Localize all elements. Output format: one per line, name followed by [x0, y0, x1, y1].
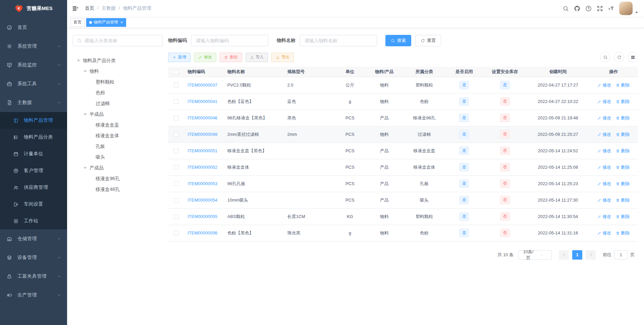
github-icon[interactable] — [574, 5, 580, 12]
select-all-checkbox[interactable] — [174, 70, 178, 74]
row-checkbox[interactable] — [174, 132, 178, 137]
delete-row-link[interactable]: 删除 — [616, 164, 630, 170]
row-checkbox[interactable] — [174, 181, 178, 186]
delete-row-link[interactable]: 删除 — [616, 181, 630, 187]
sidebar-item-4[interactable]: 主数据 — [0, 93, 67, 112]
tree-node-11[interactable]: 移液盒96孔 — [73, 173, 163, 184]
edit-row-link[interactable]: 修改 — [597, 181, 611, 187]
edit-row-link[interactable]: 修改 — [597, 99, 611, 105]
delete-row-link[interactable]: 删除 — [616, 197, 630, 203]
sidebar-item-5[interactable]: 仓储管理 — [0, 229, 67, 248]
row-checkbox[interactable] — [174, 83, 178, 88]
tree-node-5[interactable]: 半成品 — [73, 109, 163, 120]
sidebar-subitem-1[interactable]: 物料产品分类 — [0, 129, 67, 146]
search-circle-button[interactable] — [600, 52, 610, 62]
delete-row-link[interactable]: 删除 — [616, 99, 630, 105]
row-checkbox[interactable] — [174, 99, 178, 104]
material-code-link[interactable]: ITEM00000051 — [187, 148, 217, 153]
edit-row-link[interactable]: 修改 — [597, 214, 611, 220]
delete-button[interactable]: 删除 — [220, 53, 242, 62]
edit-button[interactable]: 修改 — [194, 53, 216, 62]
sidebar-subitem-4[interactable]: 供应商管理 — [0, 179, 67, 196]
edit-row-link[interactable]: 修改 — [597, 164, 611, 170]
tree-node-10[interactable]: 产成品 — [73, 163, 163, 173]
material-code-link[interactable]: ITEM00000052 — [187, 165, 217, 170]
material-code-link[interactable]: ITEM00000046 — [187, 115, 217, 120]
user-menu[interactable] — [619, 2, 639, 15]
sidebar-item-6[interactable]: 设备管理 — [0, 248, 67, 267]
delete-row-link[interactable]: 删除 — [616, 214, 630, 220]
delete-row-link[interactable]: 删除 — [616, 131, 630, 138]
breadcrumb-item-1[interactable]: 主数据 — [94, 5, 116, 11]
material-code-link[interactable]: ITEM00000041 — [187, 99, 217, 104]
sidebar-fold-icon[interactable] — [72, 5, 79, 12]
row-checkbox[interactable] — [174, 165, 178, 170]
tree-node-0[interactable]: 物料及产品分类 — [73, 55, 163, 66]
delete-row-link[interactable]: 删除 — [616, 148, 630, 154]
tree-node-2[interactable]: 塑料颗粒 — [73, 77, 163, 88]
font-size-icon[interactable]: TT — [608, 5, 614, 12]
edit-row-link[interactable]: 修改 — [597, 115, 611, 121]
sidebar-item-3[interactable]: 系统工具 — [0, 74, 67, 93]
caret-down-icon[interactable] — [84, 113, 87, 117]
row-checkbox[interactable] — [174, 231, 178, 235]
tab-0[interactable]: 首页 — [70, 18, 85, 27]
next-page-button[interactable] — [586, 250, 596, 260]
tree-node-8[interactable]: 孔板 — [73, 141, 163, 152]
material-code-link[interactable]: ITEM00000056 — [187, 230, 217, 235]
tree-node-7[interactable]: 移液盒盒体 — [73, 130, 163, 141]
tree-node-4[interactable]: 过滤棉 — [73, 98, 163, 109]
page-size-select[interactable]: 10条/页 — [518, 250, 552, 260]
caret-down-icon[interactable] — [84, 167, 87, 171]
sidebar-subitem-0[interactable]: 物料产品管理 — [0, 112, 67, 129]
sidebar-item-2[interactable]: 系统监控 — [0, 56, 67, 74]
sidebar-item-7[interactable]: 工装夹具管理 — [0, 267, 67, 286]
delete-row-link[interactable]: 删除 — [616, 115, 630, 121]
sidebar-subitem-6[interactable]: 工作站 — [0, 213, 67, 229]
tree-node-9[interactable]: 吸头 — [73, 152, 163, 163]
goto-page-input[interactable] — [614, 250, 628, 260]
reset-button[interactable]: 重置 — [415, 35, 441, 46]
search-button[interactable]: 搜索 — [385, 35, 411, 46]
sidebar-subitem-5[interactable]: 车间设置 — [0, 196, 67, 213]
material-code-link[interactable]: ITEM00000055 — [187, 214, 217, 219]
row-checkbox[interactable] — [174, 116, 178, 120]
export-button[interactable]: 导出 — [271, 53, 294, 62]
breadcrumb-item-2[interactable]: 物料产品管理 — [116, 5, 151, 11]
prev-page-button[interactable] — [559, 250, 569, 260]
sidebar-item-1[interactable]: 系统管理 — [0, 37, 67, 56]
edit-row-link[interactable]: 修改 — [597, 197, 611, 203]
grid-circle-button[interactable] — [628, 52, 638, 62]
close-icon[interactable] — [120, 20, 123, 24]
tree-node-6[interactable]: 移液盒盒盖 — [73, 120, 163, 130]
filter-input-0[interactable] — [191, 35, 268, 46]
tree-node-3[interactable]: 色粉 — [73, 88, 163, 98]
refresh-circle-button[interactable] — [614, 52, 624, 62]
sidebar-item-8[interactable]: 生产管理 — [0, 286, 67, 305]
material-code-link[interactable]: ITEM00000049 — [187, 132, 217, 137]
tree-search-input[interactable] — [85, 38, 159, 43]
delete-row-link[interactable]: 删除 — [616, 230, 630, 236]
edit-row-link[interactable]: 修改 — [597, 131, 611, 138]
sidebar-subitem-3[interactable]: 客户管理 — [0, 162, 67, 179]
material-code-link[interactable]: ITEM00000054 — [187, 198, 217, 203]
sidebar-item-0[interactable]: 首页 — [0, 18, 67, 37]
edit-row-link[interactable]: 修改 — [597, 230, 611, 236]
import-button[interactable]: 导入 — [246, 53, 268, 62]
help-icon[interactable] — [585, 5, 592, 12]
tree-node-12[interactable]: 移液盒48孔 — [73, 184, 163, 195]
edit-row-link[interactable]: 修改 — [597, 148, 611, 154]
tree-node-1[interactable]: 物料 — [73, 66, 163, 77]
delete-row-link[interactable]: 删除 — [616, 82, 630, 88]
row-checkbox[interactable] — [174, 149, 178, 153]
row-checkbox[interactable] — [174, 214, 178, 219]
edit-row-link[interactable]: 修改 — [597, 82, 611, 88]
sidebar-subitem-2[interactable]: 计量单位 — [0, 146, 67, 162]
filter-input-1[interactable] — [300, 35, 377, 46]
tab-1[interactable]: 物料产品管理 — [86, 18, 126, 27]
caret-down-icon[interactable] — [77, 60, 80, 63]
search-icon[interactable] — [562, 5, 569, 12]
row-checkbox[interactable] — [174, 198, 178, 203]
caret-down-icon[interactable] — [84, 70, 87, 74]
app-logo[interactable]: K 苦糖果MES — [0, 0, 67, 17]
